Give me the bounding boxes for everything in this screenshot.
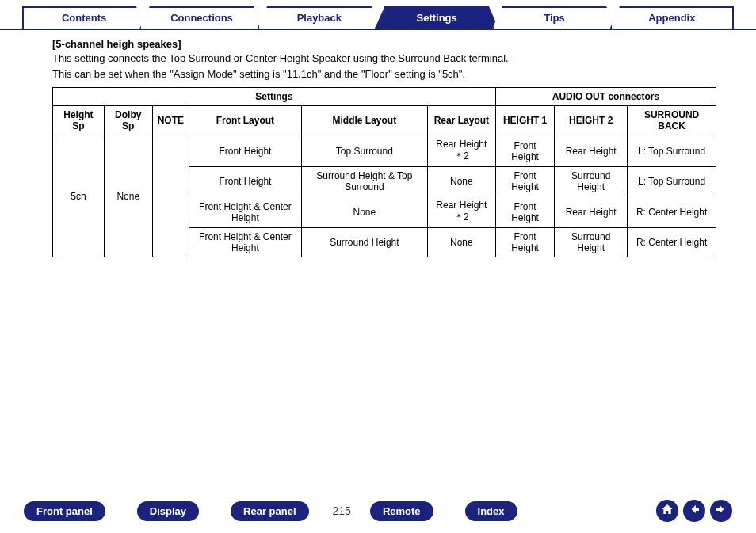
rear-panel-button[interactable]: Rear panel (231, 501, 308, 521)
cell-sb: L: Top Surround (628, 135, 716, 167)
cell-front: Front Height & Center Height (189, 228, 301, 257)
cell-rear: None (427, 167, 495, 196)
th-note: NOTE (152, 106, 189, 135)
tab-connections[interactable]: Connections (139, 6, 263, 29)
th-dolby-sp: Dolby Sp (104, 106, 152, 135)
cell-rear: None (427, 228, 495, 257)
cell-h2: Surround Height (555, 228, 628, 257)
prev-button[interactable] (683, 500, 705, 522)
next-button[interactable] (710, 500, 732, 522)
tab-appendix[interactable]: Appendix (610, 6, 734, 29)
tab-tips[interactable]: Tips (492, 6, 616, 29)
section-desc-2: This can be set when the "Assign Mode" s… (52, 67, 716, 82)
front-panel-button[interactable]: Front panel (24, 501, 105, 521)
cell-h2: Rear Height (555, 135, 628, 167)
cell-front: Front Height (189, 135, 301, 167)
th-surround-back: SURROUND BACK (628, 106, 716, 135)
cell-middle: Top Surround (301, 135, 427, 167)
th-height-sp: Height Sp (53, 106, 105, 135)
th-rear-layout: Rear Layout (427, 106, 495, 135)
table-row: 5ch None Front Height Top Surround Rear … (53, 135, 716, 167)
display-button[interactable]: Display (137, 501, 199, 521)
index-button[interactable]: Index (465, 501, 517, 521)
cell-sb: R: Center Height (628, 228, 716, 257)
cell-sb: L: Top Surround (628, 167, 716, 196)
cell-h1: Front Height (495, 167, 554, 196)
cell-dolby-sp: None (104, 135, 152, 257)
tab-contents[interactable]: Contents (22, 6, 146, 29)
cell-h1: Front Height (495, 228, 554, 257)
tab-playback[interactable]: Playback (258, 6, 381, 29)
cell-h1: Front Height (495, 196, 554, 228)
cell-front: Front Height (189, 167, 301, 196)
th-group-settings: Settings (53, 88, 496, 106)
cell-middle: None (301, 196, 427, 228)
th-height1: HEIGHT 1 (495, 106, 554, 135)
page-number: 215 (333, 504, 351, 517)
cell-rear: Rear Height＊2 (427, 196, 495, 228)
cell-height-sp: 5ch (53, 135, 105, 257)
cell-middle: Surround Height & Top Surround (301, 167, 427, 196)
top-tabs: Contents Connections Playback Settings T… (0, 0, 756, 30)
home-icon (661, 503, 674, 519)
config-table: Settings AUDIO OUT connectors Height Sp … (52, 87, 716, 257)
arrow-right-icon (715, 503, 727, 519)
cell-h2: Surround Height (555, 167, 628, 196)
cell-h1: Front Height (495, 135, 554, 167)
cell-note (152, 135, 189, 257)
th-height2: HEIGHT 2 (555, 106, 628, 135)
page-content: [5-channel heigh speakes] This setting c… (0, 30, 756, 257)
th-group-audio: AUDIO OUT connectors (495, 88, 716, 106)
section-desc-1: This setting connects the Top Surround o… (52, 51, 716, 66)
cell-middle: Surround Height (301, 228, 427, 257)
th-front-layout: Front Layout (189, 106, 301, 135)
section-heading: [5-channel heigh speakes] (52, 38, 716, 50)
arrow-left-icon (688, 503, 701, 519)
remote-button[interactable]: Remote (370, 501, 433, 521)
footer-bar: Front panel Display Rear panel 215 Remot… (0, 500, 756, 522)
cell-front: Front Height & Center Height (189, 196, 301, 228)
cell-sb: R: Center Height (628, 196, 716, 228)
th-middle-layout: Middle Layout (301, 106, 427, 135)
home-button[interactable] (656, 500, 678, 522)
tab-settings[interactable]: Settings (375, 6, 498, 29)
cell-rear: Rear Height＊2 (427, 135, 495, 167)
cell-h2: Rear Height (555, 196, 628, 228)
